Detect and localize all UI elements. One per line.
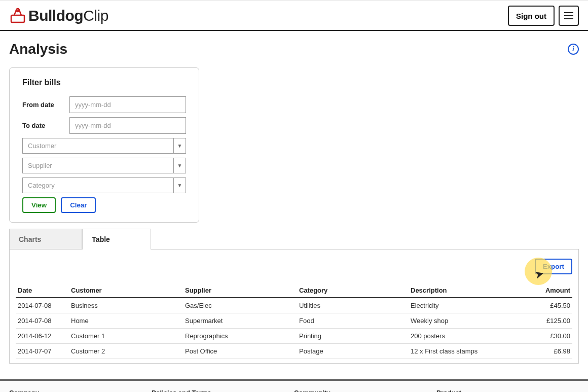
- signout-button[interactable]: Sign out: [508, 6, 555, 26]
- from-date-label: From date: [22, 101, 69, 109]
- col-supplier: Supplier: [183, 283, 297, 298]
- chevron-down-icon: ▼: [174, 177, 186, 193]
- to-date-label: To date: [22, 122, 69, 129]
- logo[interactable]: BulldogClip: [9, 7, 108, 24]
- cell-customer: Customer 1: [69, 329, 183, 344]
- cell-amount: £30.00: [522, 329, 572, 344]
- col-description: Description: [409, 283, 522, 298]
- cell-category: Postage: [297, 344, 409, 359]
- footer-product: Product Pricing: [436, 389, 579, 392]
- filter-title: Filter bills: [22, 78, 186, 87]
- footer-community: Community News: [294, 389, 436, 392]
- cell-description: Electricity: [409, 298, 522, 313]
- customer-select[interactable]: Customer ▼: [22, 138, 186, 154]
- cell-date: 2014-06-12: [16, 329, 69, 344]
- cell-customer: Customer 2: [69, 344, 183, 359]
- topbar: BulldogClip Sign out: [0, 0, 588, 31]
- category-select-value: Category: [22, 177, 174, 193]
- table-row: 2014-07-08BusinessGas/ElecUtilitiesElect…: [16, 298, 572, 313]
- cell-category: Food: [297, 313, 409, 329]
- supplier-select[interactable]: Supplier ▼: [22, 158, 186, 173]
- table-row: 2014-06-12Customer 1ReprographicsPrintin…: [16, 329, 572, 344]
- supplier-select-value: Supplier: [22, 158, 174, 173]
- chevron-down-icon: ▼: [174, 158, 186, 173]
- table-row: 2014-07-07Customer 2Post OfficePostage12…: [16, 344, 572, 359]
- footer-company-title: Company: [9, 389, 152, 392]
- footer-policies: Policies and Terms Privacy Policy: [152, 389, 294, 392]
- menu-button[interactable]: [559, 6, 579, 26]
- tab-content: ➤ Export Date Customer Supplier Category…: [9, 249, 579, 364]
- col-customer: Customer: [69, 283, 183, 298]
- cell-supplier: Gas/Elec: [183, 298, 297, 313]
- from-date-input[interactable]: [69, 96, 186, 113]
- to-date-input[interactable]: [69, 117, 186, 134]
- cell-description: Weekly shop: [409, 313, 522, 329]
- tab-charts[interactable]: Charts: [9, 229, 82, 250]
- clip-icon: [9, 7, 26, 24]
- cell-supplier: Reprographics: [183, 329, 297, 344]
- main: Analysis i Filter bills From date To dat…: [0, 31, 588, 374]
- col-amount: Amount: [522, 283, 572, 298]
- footer: Company About Us Policies and Terms Priv…: [0, 379, 588, 392]
- footer-policies-title: Policies and Terms: [152, 389, 294, 392]
- to-date-row: To date: [22, 117, 186, 134]
- export-wrap: ➤ Export: [16, 259, 572, 274]
- cell-supplier: Post Office: [183, 344, 297, 359]
- footer-company: Company About Us: [9, 389, 152, 392]
- cell-date: 2014-07-08: [16, 313, 69, 329]
- page-header: Analysis i: [9, 41, 579, 57]
- cell-customer: Home: [69, 313, 183, 329]
- cell-category: Printing: [297, 329, 409, 344]
- cell-description: 200 posters: [409, 329, 522, 344]
- footer-community-title: Community: [294, 389, 436, 392]
- info-icon[interactable]: i: [568, 44, 579, 55]
- menu-icon: [564, 12, 573, 19]
- tab-table[interactable]: Table: [82, 229, 151, 250]
- page-title: Analysis: [9, 41, 67, 57]
- svg-rect-0: [11, 15, 24, 22]
- chevron-down-icon: ▼: [174, 138, 186, 154]
- col-category: Category: [297, 283, 409, 298]
- from-date-row: From date: [22, 96, 186, 113]
- cell-amount: £45.50: [522, 298, 572, 313]
- cell-date: 2014-07-08: [16, 298, 69, 313]
- footer-product-title: Product: [436, 389, 579, 392]
- filter-actions: View Clear: [22, 197, 186, 213]
- table-header-row: Date Customer Supplier Category Descript…: [16, 283, 572, 298]
- top-actions: Sign out: [508, 6, 579, 26]
- col-date: Date: [16, 283, 69, 298]
- cell-amount: £125.00: [522, 313, 572, 329]
- export-button[interactable]: Export: [535, 259, 572, 274]
- cell-date: 2014-07-07: [16, 344, 69, 359]
- cell-customer: Business: [69, 298, 183, 313]
- cell-category: Utilities: [297, 298, 409, 313]
- tabs: Charts Table: [9, 229, 579, 250]
- logo-text: BulldogClip: [28, 7, 108, 24]
- results-table: Date Customer Supplier Category Descript…: [16, 283, 572, 359]
- clear-button[interactable]: Clear: [61, 197, 96, 213]
- cell-description: 12 x First class stamps: [409, 344, 522, 359]
- customer-select-value: Customer: [22, 138, 174, 154]
- category-select[interactable]: Category ▼: [22, 177, 186, 193]
- view-button[interactable]: View: [22, 197, 56, 213]
- filter-panel: Filter bills From date To date Customer …: [9, 67, 199, 223]
- cell-supplier: Supermarket: [183, 313, 297, 329]
- cell-amount: £6.98: [522, 344, 572, 359]
- table-row: 2014-07-08HomeSupermarketFoodWeekly shop…: [16, 313, 572, 329]
